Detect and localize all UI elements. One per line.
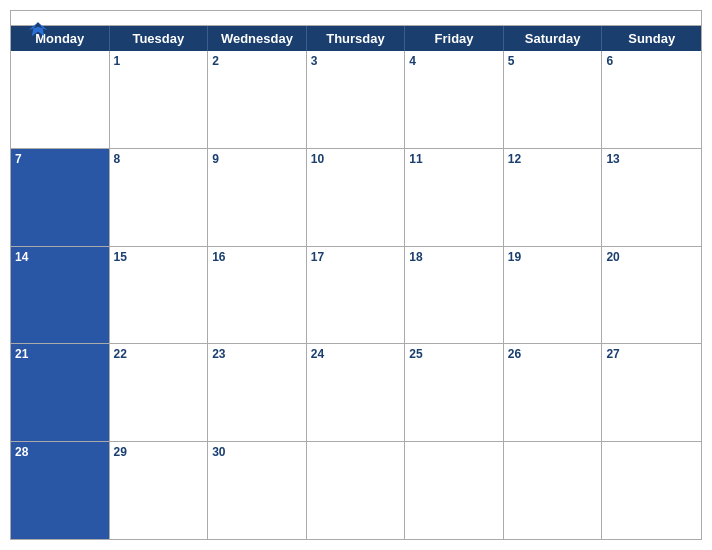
logo — [27, 19, 53, 41]
day-cell-5: 5 — [504, 51, 603, 148]
day-number: 2 — [212, 54, 219, 68]
day-cell-26: 26 — [504, 344, 603, 441]
day-cell-4: 4 — [405, 51, 504, 148]
day-number: 13 — [606, 152, 619, 166]
day-number: 30 — [212, 445, 225, 459]
day-headers: MondayTuesdayWednesdayThursdayFridaySatu… — [11, 26, 701, 51]
day-header-thursday: Thursday — [307, 26, 406, 51]
calendar: MondayTuesdayWednesdayThursdayFridaySatu… — [10, 10, 702, 540]
day-cell-22: 22 — [110, 344, 209, 441]
day-number: 8 — [114, 152, 121, 166]
day-cell-20: 20 — [602, 247, 701, 344]
day-number: 12 — [508, 152, 521, 166]
day-number: 26 — [508, 347, 521, 361]
day-number: 21 — [15, 347, 28, 361]
week-row-3: 14151617181920 — [11, 247, 701, 345]
day-cell-empty — [11, 51, 110, 148]
day-cell-7: 7 — [11, 149, 110, 246]
day-number: 24 — [311, 347, 324, 361]
week-row-1: 123456 — [11, 51, 701, 149]
day-number: 1 — [114, 54, 121, 68]
day-number: 16 — [212, 250, 225, 264]
day-cell-3: 3 — [307, 51, 406, 148]
day-number: 4 — [409, 54, 416, 68]
week-row-2: 78910111213 — [11, 149, 701, 247]
day-number: 27 — [606, 347, 619, 361]
day-number: 23 — [212, 347, 225, 361]
day-cell-21: 21 — [11, 344, 110, 441]
calendar-header — [11, 11, 701, 25]
day-cell-8: 8 — [110, 149, 209, 246]
day-number: 22 — [114, 347, 127, 361]
day-cell-30: 30 — [208, 442, 307, 539]
week-row-4: 21222324252627 — [11, 344, 701, 442]
day-number: 20 — [606, 250, 619, 264]
day-cell-13: 13 — [602, 149, 701, 246]
day-header-sunday: Sunday — [602, 26, 701, 51]
day-cell-1: 1 — [110, 51, 209, 148]
day-header-monday: Monday — [11, 26, 110, 51]
day-cell-25: 25 — [405, 344, 504, 441]
day-cell-24: 24 — [307, 344, 406, 441]
day-number: 25 — [409, 347, 422, 361]
day-cell-empty — [307, 442, 406, 539]
day-cell-6: 6 — [602, 51, 701, 148]
day-cell-empty — [602, 442, 701, 539]
day-cell-19: 19 — [504, 247, 603, 344]
day-number: 3 — [311, 54, 318, 68]
day-cell-2: 2 — [208, 51, 307, 148]
day-number: 9 — [212, 152, 219, 166]
day-cell-27: 27 — [602, 344, 701, 441]
day-cell-11: 11 — [405, 149, 504, 246]
day-cell-12: 12 — [504, 149, 603, 246]
week-row-5: 282930 — [11, 442, 701, 539]
day-cell-10: 10 — [307, 149, 406, 246]
day-number: 28 — [15, 445, 28, 459]
day-number: 29 — [114, 445, 127, 459]
day-cell-empty — [405, 442, 504, 539]
day-number: 11 — [409, 152, 422, 166]
day-cell-9: 9 — [208, 149, 307, 246]
day-cell-16: 16 — [208, 247, 307, 344]
day-number: 10 — [311, 152, 324, 166]
day-cell-14: 14 — [11, 247, 110, 344]
day-header-saturday: Saturday — [504, 26, 603, 51]
logo-bird-icon — [27, 19, 49, 41]
day-cell-23: 23 — [208, 344, 307, 441]
day-number: 6 — [606, 54, 613, 68]
weeks-container: 1234567891011121314151617181920212223242… — [11, 51, 701, 539]
day-cell-28: 28 — [11, 442, 110, 539]
day-number: 19 — [508, 250, 521, 264]
day-header-tuesday: Tuesday — [110, 26, 209, 51]
day-header-friday: Friday — [405, 26, 504, 51]
day-cell-17: 17 — [307, 247, 406, 344]
day-number: 17 — [311, 250, 324, 264]
day-cell-empty — [504, 442, 603, 539]
day-cell-18: 18 — [405, 247, 504, 344]
day-number: 5 — [508, 54, 515, 68]
day-cell-29: 29 — [110, 442, 209, 539]
day-number: 15 — [114, 250, 127, 264]
day-header-wednesday: Wednesday — [208, 26, 307, 51]
day-number: 18 — [409, 250, 422, 264]
day-number: 7 — [15, 152, 22, 166]
day-number: 14 — [15, 250, 28, 264]
day-cell-15: 15 — [110, 247, 209, 344]
calendar-grid: MondayTuesdayWednesdayThursdayFridaySatu… — [11, 25, 701, 539]
